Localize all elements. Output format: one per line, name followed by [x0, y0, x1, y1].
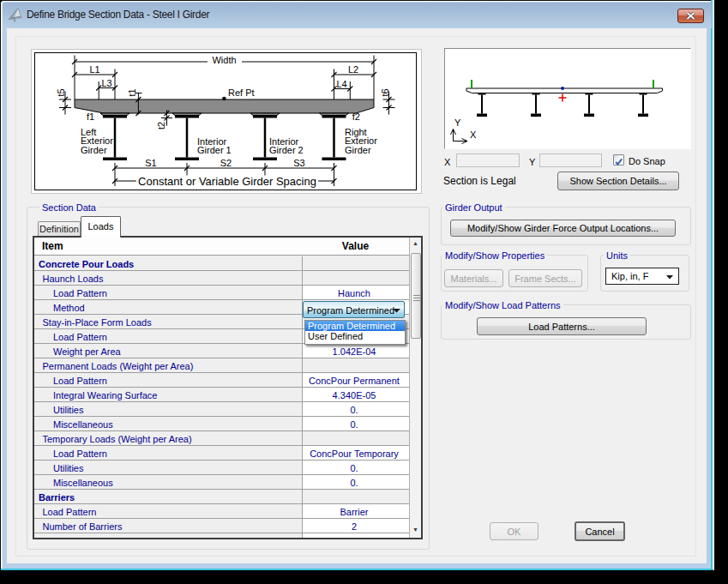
svg-text:Width: Width: [212, 55, 236, 65]
svg-text:L2: L2: [348, 64, 358, 75]
svg-text:f2: f2: [352, 111, 360, 122]
svg-text:InteriorGirder 1: InteriorGirder 1: [197, 136, 232, 155]
svg-text:S2: S2: [220, 158, 232, 168]
svg-text:Y: Y: [454, 117, 461, 128]
svg-text:t1: t1: [127, 88, 137, 96]
svg-text:t5: t5: [56, 88, 66, 96]
svg-text:L3: L3: [101, 78, 111, 88]
svg-text:S3: S3: [293, 158, 304, 168]
svg-text:t6: t6: [380, 88, 390, 96]
svg-text:L1: L1: [89, 64, 99, 75]
svg-text:L4: L4: [336, 79, 346, 89]
svg-text:f1: f1: [87, 111, 94, 122]
svg-text:InteriorGirder 2: InteriorGirder 2: [269, 136, 304, 155]
svg-text:S1: S1: [145, 158, 156, 168]
svg-text:X: X: [470, 129, 477, 140]
svg-text:Ref Pt: Ref Pt: [228, 87, 255, 98]
svg-text:Constant or Variable Girder Sp: Constant or Variable Girder Spacing: [138, 175, 316, 188]
svg-text:t2: t2: [156, 122, 166, 129]
